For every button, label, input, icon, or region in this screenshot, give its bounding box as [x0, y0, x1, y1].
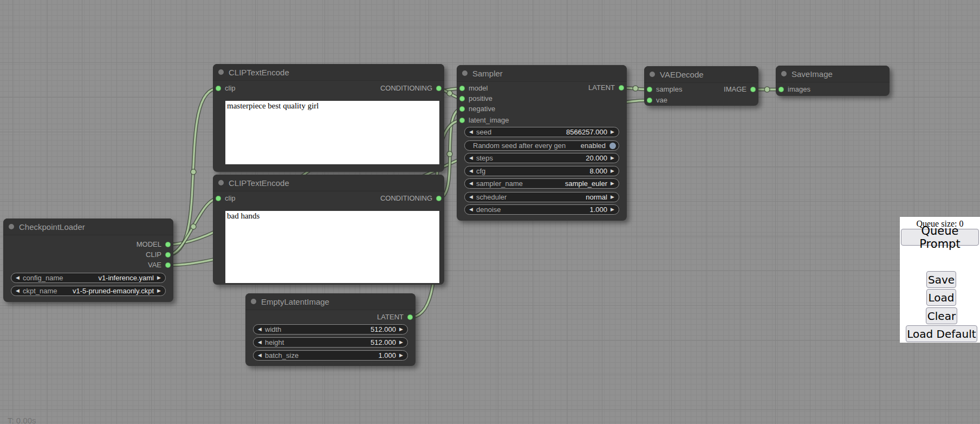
increment-arrow-icon[interactable]: ▶ — [611, 166, 614, 176]
node-empty-latent-image[interactable]: EmptyLatentImage LATENT ◀ width 512.000 … — [245, 293, 416, 366]
widget-value: 8566257.000 — [566, 127, 607, 137]
widget-height[interactable]: ◀ height 512.000 ▶ — [253, 337, 408, 348]
node-title-bar[interactable]: SaveImage — [776, 66, 890, 82]
load-button[interactable]: Load — [926, 289, 956, 306]
queue-prompt-button[interactable]: Queue Prompt — [901, 229, 979, 246]
increment-arrow-icon[interactable]: ▶ — [611, 192, 614, 202]
clear-button[interactable]: Clear — [926, 307, 957, 324]
input-label: model — [469, 84, 488, 92]
widget-value: sample_euler — [565, 179, 607, 188]
input-slot-dot[interactable] — [459, 96, 465, 101]
output-slot-dot[interactable] — [165, 252, 171, 258]
link-midpoint-dot — [633, 86, 638, 91]
output-label: CONDITIONING — [380, 84, 432, 92]
widget-steps[interactable]: ◀ steps 20.000 ▶ — [464, 153, 619, 163]
output-slot-dot[interactable] — [436, 196, 442, 201]
output-slot-dot[interactable] — [436, 86, 442, 91]
increment-arrow-icon[interactable]: ▶ — [157, 286, 161, 295]
node-vae-decode[interactable]: VAEDecode samples vae IMAGE — [644, 66, 758, 106]
input-slot-dot[interactable] — [647, 87, 652, 92]
decrement-arrow-icon[interactable]: ◀ — [16, 286, 20, 295]
widget-batch-size[interactable]: ◀ batch_size 1.000 ▶ — [253, 350, 408, 361]
node-sampler[interactable]: Sampler model positive negative latent_i… — [457, 65, 627, 221]
widget-scheduler[interactable]: ◀ scheduler normal ▶ — [464, 192, 619, 202]
positive-prompt-textarea[interactable] — [225, 101, 439, 164]
output-slot-dot[interactable] — [407, 314, 413, 320]
decrement-arrow-icon[interactable]: ◀ — [469, 153, 473, 163]
decrement-arrow-icon[interactable]: ◀ — [16, 273, 20, 282]
node-checkpoint-loader[interactable]: CheckpointLoader MODEL CLIP VAE ◀ config… — [3, 219, 173, 302]
increment-arrow-icon[interactable]: ▶ — [399, 351, 403, 360]
widget-label: cfg — [476, 166, 485, 176]
increment-arrow-icon[interactable]: ▶ — [399, 338, 403, 347]
node-title-bar[interactable]: Sampler — [457, 65, 627, 82]
node-title-bar[interactable]: EmptyLatentImage — [245, 293, 416, 310]
increment-arrow-icon[interactable]: ▶ — [611, 153, 614, 163]
widget-width[interactable]: ◀ width 512.000 ▶ — [253, 324, 408, 335]
input-slot-dot[interactable] — [459, 118, 465, 123]
increment-arrow-icon[interactable]: ▶ — [399, 325, 403, 334]
node-clip-text-encode-positive[interactable]: CLIPTextEncode clip CONDITIONING — [213, 64, 444, 172]
node-title-bar[interactable]: CheckpointLoader — [3, 219, 173, 235]
toggle-indicator[interactable] — [609, 143, 616, 149]
widget-value: 1.000 — [378, 351, 396, 360]
link-midpoint-dot — [191, 224, 196, 229]
output-label: CLIP — [146, 250, 161, 259]
widget-value: normal — [586, 192, 607, 202]
output-slot-dot[interactable] — [165, 262, 171, 268]
input-slot-dot[interactable] — [216, 86, 221, 91]
input-slot-dot[interactable] — [778, 87, 784, 92]
comfyui-canvas[interactable]: CheckpointLoader MODEL CLIP VAE ◀ config… — [0, 0, 980, 424]
increment-arrow-icon[interactable]: ▶ — [611, 205, 614, 214]
input-slot-dot[interactable] — [647, 98, 652, 103]
node-save-image[interactable]: SaveImage images — [776, 66, 890, 96]
increment-arrow-icon[interactable]: ▶ — [157, 273, 161, 282]
decrement-arrow-icon[interactable]: ◀ — [469, 179, 473, 188]
widget-random-seed-toggle[interactable]: Random seed after every gen enabled — [464, 140, 619, 151]
increment-arrow-icon[interactable]: ▶ — [611, 127, 614, 137]
node-title-bar[interactable]: VAEDecode — [644, 66, 758, 83]
widget-label: width — [265, 325, 281, 334]
widget-seed[interactable]: ◀ seed 8566257.000 ▶ — [464, 127, 619, 137]
widget-ckpt-name[interactable]: ◀ ckpt_name v1-5-pruned-emaonly.ckpt ▶ — [11, 286, 166, 296]
decrement-arrow-icon[interactable]: ◀ — [258, 351, 262, 360]
widget-value: 512.000 — [371, 325, 396, 334]
widget-cfg[interactable]: ◀ cfg 8.000 ▶ — [464, 166, 619, 176]
queue-panel: Queue size: 0 Queue Prompt Save Load Cle… — [900, 217, 980, 343]
input-slot-dot[interactable] — [459, 86, 465, 91]
output-slot-dot[interactable] — [165, 242, 171, 247]
input-label: clip — [225, 84, 236, 92]
collapse-dot[interactable] — [218, 69, 224, 75]
collapse-dot[interactable] — [650, 72, 655, 77]
collapse-dot[interactable] — [462, 70, 468, 76]
load-default-button[interactable]: Load Default — [906, 325, 977, 342]
widget-label: scheduler — [476, 192, 507, 202]
input-slot-dot[interactable] — [216, 196, 221, 201]
input-label: positive — [469, 94, 492, 102]
decrement-arrow-icon[interactable]: ◀ — [258, 325, 262, 334]
collapse-dot[interactable] — [218, 180, 224, 185]
decrement-arrow-icon[interactable]: ◀ — [469, 166, 473, 176]
collapse-dot[interactable] — [9, 224, 14, 229]
save-button[interactable]: Save — [926, 271, 956, 288]
collapse-dot[interactable] — [251, 299, 256, 304]
input-slot-dot[interactable] — [459, 106, 465, 112]
negative-prompt-textarea[interactable] — [225, 211, 439, 283]
decrement-arrow-icon[interactable]: ◀ — [258, 338, 262, 347]
node-title-bar[interactable]: CLIPTextEncode — [213, 64, 444, 81]
increment-arrow-icon[interactable]: ▶ — [611, 179, 614, 188]
widget-sampler-name[interactable]: ◀ sampler_name sample_euler ▶ — [464, 178, 619, 189]
output-label: LATENT — [588, 83, 615, 92]
decrement-arrow-icon[interactable]: ◀ — [469, 192, 473, 202]
decrement-arrow-icon[interactable]: ◀ — [469, 127, 473, 137]
decrement-arrow-icon[interactable]: ◀ — [469, 205, 473, 214]
widget-label: Random seed after every gen — [473, 141, 566, 150]
collapse-dot[interactable] — [781, 71, 787, 76]
widget-denoise[interactable]: ◀ denoise 1.000 ▶ — [464, 204, 619, 215]
node-clip-text-encode-negative[interactable]: CLIPTextEncode clip CONDITIONING — [213, 175, 444, 285]
widget-config-name[interactable]: ◀ config_name v1-inference.yaml ▶ — [11, 273, 166, 283]
node-title-bar[interactable]: CLIPTextEncode — [213, 175, 444, 191]
output-slot-dot[interactable] — [619, 85, 624, 91]
node-title: SaveImage — [791, 69, 833, 79]
output-slot-dot[interactable] — [750, 87, 756, 92]
